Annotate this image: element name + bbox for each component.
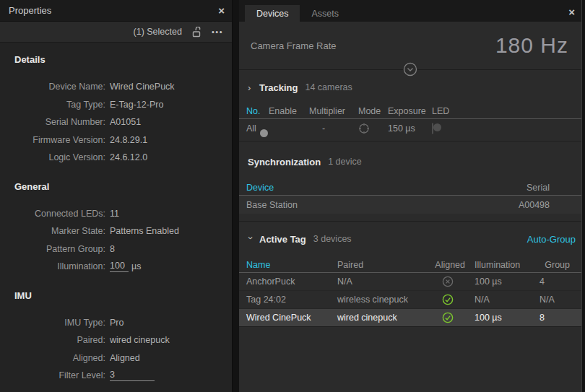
property-label: IMU Type: xyxy=(0,318,105,328)
selection-toolbar: (1) Selected ••• xyxy=(0,22,232,43)
property-value: wired cinepuck xyxy=(110,335,170,345)
property-value: A01051 xyxy=(110,117,141,127)
property-label: Serial Number: xyxy=(0,117,105,127)
property-row-serial-number: Serial Number: A01051 xyxy=(0,113,232,131)
tab-devices[interactable]: Devices xyxy=(245,5,300,22)
active-tag-table-header: Name Paired Aligned Illumination Group xyxy=(239,258,581,273)
property-value: Pro xyxy=(110,318,124,328)
property-row-paired: Paired: wired cinepuck xyxy=(0,331,232,349)
tracking-row-all[interactable]: All - 150 µs xyxy=(239,119,581,137)
col-serial[interactable]: Serial xyxy=(463,183,550,193)
col-multiplier[interactable]: Multiplier xyxy=(309,106,358,116)
general-section: General Connected LEDs: 11 Marker State:… xyxy=(0,181,232,276)
property-value: Wired CinePuck xyxy=(110,82,175,92)
aligned-ok-icon xyxy=(430,312,465,323)
close-icon[interactable]: × xyxy=(568,6,575,17)
col-aligned[interactable]: Aligned xyxy=(430,260,465,270)
property-label: Filter Level: xyxy=(0,370,105,380)
illumination-unit: µs xyxy=(131,261,141,271)
property-label: Device Name: xyxy=(0,82,105,92)
property-label: Connected LEDs: xyxy=(0,209,105,219)
close-icon[interactable]: × xyxy=(218,5,225,16)
property-value: E-Tag-12-Pro xyxy=(110,100,163,110)
section-title-imu: IMU xyxy=(0,290,232,305)
chevron-right-icon[interactable]: › xyxy=(248,82,254,93)
property-value: 11 xyxy=(110,209,119,219)
property-row-firmware-version: Firmware Version: 24.8.29.1 xyxy=(0,131,232,149)
tag-row-anchorpuck[interactable]: AnchorPuck N/A 100 µs 4 xyxy=(239,273,581,291)
property-value: Aligned xyxy=(110,353,140,363)
tab-assets[interactable]: Assets xyxy=(300,5,350,22)
property-row-filter-level: Filter Level: 3 xyxy=(0,367,232,385)
auto-group-button[interactable]: Auto-Group xyxy=(527,234,576,245)
property-label: Logic Version: xyxy=(0,152,105,162)
col-group[interactable]: Group xyxy=(540,260,570,270)
property-value: 24.6.12.0 xyxy=(110,152,147,162)
tag-group: 4 xyxy=(540,276,570,287)
tag-name: Tag 24:02 xyxy=(246,295,337,305)
mode-aim-icon[interactable] xyxy=(358,123,388,134)
chevron-down-icon[interactable]: › xyxy=(246,236,256,242)
col-name[interactable]: Name xyxy=(246,260,337,270)
tag-name: AnchorPuck xyxy=(246,276,337,287)
tag-illumination: 100 µs xyxy=(465,313,540,323)
col-mode[interactable]: Mode xyxy=(358,106,388,116)
imu-section: IMU IMU Type: Pro Paired: wired cinepuck… xyxy=(0,290,232,385)
col-no[interactable]: No. xyxy=(246,106,269,116)
filter-level-field[interactable]: 3 xyxy=(110,370,155,381)
property-label: Firmware Version: xyxy=(0,135,105,145)
property-label: Aligned: xyxy=(0,353,105,363)
property-label: Pattern Group: xyxy=(0,244,105,254)
synchronization-section: Synchronization 1 device Device Serial B… xyxy=(239,154,581,222)
tracking-title[interactable]: Tracking xyxy=(259,82,298,93)
illumination-field[interactable]: 100 xyxy=(110,261,129,272)
tag-row-wired-cinepuck[interactable]: Wired CinePuck wired cinepuck 100 µs 8 xyxy=(239,309,581,327)
tracking-section: › Tracking 14 cameras No. Enable Multipl… xyxy=(239,80,581,141)
property-label: Tag Type: xyxy=(0,100,105,110)
property-row-logic-version: Logic Version: 24.6.12.0 xyxy=(0,149,232,167)
tracking-table-header: No. Enable Multiplier Mode Exposure LED xyxy=(239,104,581,119)
active-tag-title[interactable]: Active Tag xyxy=(259,234,306,245)
col-led[interactable]: LED xyxy=(432,106,573,116)
more-options-icon[interactable]: ••• xyxy=(212,27,223,36)
property-row-marker-state: Marker State: Patterns Enabled xyxy=(0,222,232,240)
property-value: 24.8.29.1 xyxy=(110,135,147,145)
active-tag-count: 3 devices xyxy=(313,234,352,244)
tracking-count: 14 cameras xyxy=(305,82,352,92)
property-row-connected-leds: Connected LEDs: 11 xyxy=(0,205,232,223)
col-enable[interactable]: Enable xyxy=(269,106,309,116)
col-exposure[interactable]: Exposure xyxy=(388,106,432,116)
tag-paired: wireless cinepuck xyxy=(337,295,430,305)
tag-row-tag-2402[interactable]: Tag 24:02 wireless cinepuck N/A N/A xyxy=(239,291,581,309)
property-row-imu-type: IMU Type: Pro xyxy=(0,314,232,332)
synchronization-title: Synchronization xyxy=(248,157,321,167)
tag-group: N/A xyxy=(540,295,570,305)
device-name: Base Station xyxy=(246,200,463,210)
properties-titlebar: Properties × xyxy=(0,0,232,22)
exposure-value[interactable]: 150 µs xyxy=(388,123,432,134)
tag-name: Wired CinePuck xyxy=(246,313,337,323)
col-illumination[interactable]: Illumination xyxy=(465,260,540,270)
col-device[interactable]: Device xyxy=(246,183,463,193)
property-row-device-name: Device Name: Wired CinePuck xyxy=(0,78,232,96)
property-row-aligned: Aligned: Aligned xyxy=(0,349,232,367)
tag-paired: wired cinepuck xyxy=(337,313,430,323)
tag-group: 8 xyxy=(540,313,570,323)
tag-illumination: 100 µs xyxy=(465,276,540,287)
col-paired[interactable]: Paired xyxy=(337,260,430,270)
property-row-tag-type: Tag Type: E-Tag-12-Pro xyxy=(0,96,232,114)
multiplier-value: - xyxy=(309,123,358,134)
sync-row-base-station[interactable]: Base Station A00498 xyxy=(239,196,581,214)
chevron-down-circle-icon[interactable] xyxy=(403,62,417,77)
property-label: Illumination: xyxy=(0,261,105,271)
camera-frame-rate-band: Camera Frame Rate 180 Hz xyxy=(239,22,581,70)
selected-count-label: (1) Selected xyxy=(134,27,182,37)
led-toggle[interactable] xyxy=(432,123,433,134)
sync-table-header: Device Serial xyxy=(239,180,581,196)
details-section: Details Device Name: Wired CinePuck Tag … xyxy=(0,54,232,167)
device-serial: A00498 xyxy=(463,200,550,210)
section-title-details: Details xyxy=(0,54,232,69)
unlock-icon[interactable] xyxy=(192,27,202,38)
frame-rate-label: Camera Frame Rate xyxy=(251,40,336,51)
property-label: Paired: xyxy=(0,335,105,345)
